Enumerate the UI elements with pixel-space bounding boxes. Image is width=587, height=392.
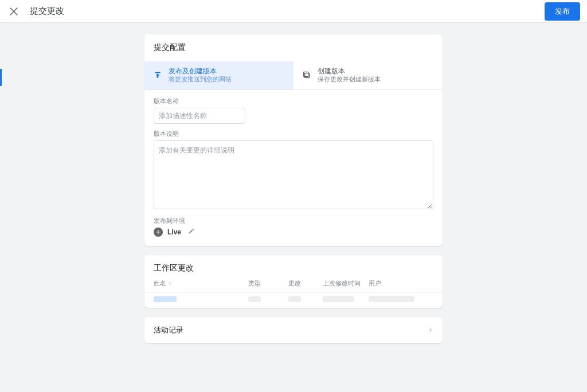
- tab-create-title: 创建版本: [318, 67, 381, 75]
- col-type[interactable]: 类型: [248, 279, 288, 288]
- submit-config-panel: 提交配置 发布及创建版本 将更改推送到您的网站 创建版本 保存更改并创建新版本: [144, 34, 443, 246]
- version-name-label: 版本名称: [154, 97, 433, 105]
- create-version-icon: [302, 70, 312, 80]
- version-name-input[interactable]: [154, 108, 245, 124]
- workspace-columns-header: 姓名 ↑ 类型 更改 上次修改时间 用户: [144, 279, 443, 292]
- env-live-icon: [154, 228, 163, 237]
- edit-env-icon[interactable]: [188, 228, 195, 236]
- activity-panel[interactable]: 活动记录: [144, 317, 443, 343]
- svg-rect-1: [304, 72, 308, 77]
- workspace-heading: 工作区更改: [144, 255, 443, 279]
- submit-config-heading: 提交配置: [144, 34, 443, 61]
- env-name: Live: [167, 228, 181, 236]
- tab-create-desc: 保存更改并创建新版本: [318, 76, 381, 83]
- publish-icon: [152, 70, 163, 80]
- close-icon[interactable]: [7, 5, 21, 18]
- topbar: 提交更改 发布: [0, 0, 587, 23]
- tab-publish-desc: 将更改推送到您的网站: [169, 76, 232, 83]
- tab-publish-title: 发布及创建版本: [169, 67, 232, 75]
- svg-rect-0: [305, 73, 310, 78]
- submit-tabs: 发布及创建版本 将更改推送到您的网站 创建版本 保存更改并创建新版本: [144, 61, 443, 90]
- col-lastmod[interactable]: 上次修改时间: [323, 279, 369, 288]
- sort-asc-icon: ↑: [169, 280, 171, 287]
- activity-heading: 活动记录: [154, 325, 183, 335]
- col-name[interactable]: 姓名 ↑: [154, 279, 248, 288]
- version-desc-label: 版本说明: [154, 130, 433, 138]
- version-desc-textarea[interactable]: [154, 140, 433, 209]
- col-user[interactable]: 用户: [369, 279, 433, 288]
- tab-publish-create-version[interactable]: 发布及创建版本 将更改推送到您的网站: [144, 61, 294, 89]
- workspace-changes-panel: 工作区更改 姓名 ↑ 类型 更改 上次修改时间 用户: [144, 255, 443, 308]
- col-change[interactable]: 更改: [288, 279, 323, 288]
- publish-env-label: 发布到环境: [154, 217, 433, 225]
- tab-create-version[interactable]: 创建版本 保存更改并创建新版本: [294, 61, 443, 89]
- chevron-right-icon: [428, 326, 433, 335]
- publish-button[interactable]: 发布: [545, 2, 580, 21]
- page-title: 提交更改: [30, 6, 64, 17]
- table-row[interactable]: [144, 292, 443, 308]
